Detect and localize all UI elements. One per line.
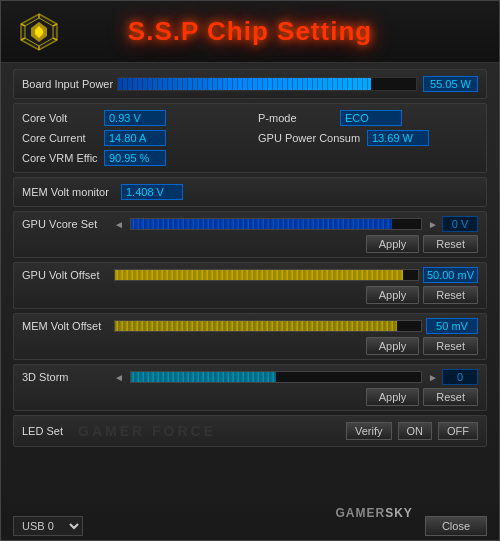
footer: USB 0 GAMERSKY Close xyxy=(1,512,499,540)
close-button[interactable]: Close xyxy=(425,516,487,536)
mem-volt-value: 1.408 V xyxy=(121,184,183,200)
storm-3d-label: 3D Storm xyxy=(22,371,110,383)
gpu-vcore-arrow-right[interactable]: ► xyxy=(428,219,438,230)
core-vrm-label: Core VRM Effic xyxy=(22,152,100,164)
storm-3d-fill xyxy=(131,372,276,382)
core-current-label: Core Current xyxy=(22,132,100,144)
gpu-vcore-section: GPU Vcore Set ◄ ► 0 V Apply Reset xyxy=(13,211,487,258)
core-current-value: 14.80 A xyxy=(104,130,166,146)
board-input-power-section: Board Input Power 55.05 W xyxy=(13,69,487,99)
mem-volt-offset-apply-button[interactable]: Apply xyxy=(366,337,420,355)
power-bar-segments xyxy=(118,78,371,90)
power-bar xyxy=(117,77,417,91)
mem-volt-offset-row: MEM Volt Offset 50 mV xyxy=(22,318,478,334)
mem-volt-offset-reset-button[interactable]: Reset xyxy=(423,337,478,355)
storm-3d-arrow-left[interactable]: ◄ xyxy=(114,372,124,383)
gpu-volt-offset-slider[interactable] xyxy=(114,269,419,281)
gamersky-text: GAMERSKY xyxy=(336,506,413,520)
gpu-vcore-reset-button[interactable]: Reset xyxy=(423,235,478,253)
led-set-row: LED Set GAMER FORCE Verify ON OFF xyxy=(22,422,478,440)
core-vrm-value: 90.95 % xyxy=(104,150,166,166)
storm-3d-arrow-right[interactable]: ► xyxy=(428,372,438,383)
main-window: S.S.P Chip Setting Board Input Power 55.… xyxy=(0,0,500,541)
core-volt-label: Core Volt xyxy=(22,112,100,124)
core-current-row: Core Current 14.80 A xyxy=(22,130,242,146)
pmode-row: P-mode ECO xyxy=(258,110,478,126)
gpu-vcore-apply-button[interactable]: Apply xyxy=(366,235,420,253)
header: S.S.P Chip Setting xyxy=(1,1,499,63)
mem-volt-offset-value: 50 mV xyxy=(426,318,478,334)
board-power-value: 55.05 W xyxy=(423,76,478,92)
led-on-button[interactable]: ON xyxy=(398,422,433,440)
gpu-volt-offset-value: 50.00 mV xyxy=(423,267,478,283)
mem-volt-offset-btn-row: Apply Reset xyxy=(22,337,478,355)
gpu-volt-offset-row: GPU Volt Offset 50.00 mV xyxy=(22,267,478,283)
gpu-volt-offset-fill xyxy=(115,270,403,280)
core-volt-row: Core Volt 0.93 V xyxy=(22,110,242,126)
board-input-power-row: Board Input Power 55.05 W xyxy=(22,76,478,92)
led-set-label: LED Set xyxy=(22,425,72,437)
core-vrm-row: Core VRM Effic 90.95 % xyxy=(22,150,242,166)
gpu-volt-offset-section: GPU Volt Offset 50.00 mV Apply Reset xyxy=(13,262,487,309)
gamer-force-text: GAMER FORCE xyxy=(78,423,340,439)
mem-volt-offset-slider[interactable] xyxy=(114,320,422,332)
gpu-vcore-btn-row: Apply Reset xyxy=(22,235,478,253)
storm-3d-row: 3D Storm ◄ ► 0 xyxy=(22,369,478,385)
content-area: Board Input Power 55.05 W Core Volt 0.93… xyxy=(1,63,499,512)
usb-select[interactable]: USB 0 xyxy=(13,516,83,536)
gpu-power-row: GPU Power Consum 13.69 W xyxy=(258,130,478,146)
gpu-vcore-row: GPU Vcore Set ◄ ► 0 V xyxy=(22,216,478,232)
pmode-label: P-mode xyxy=(258,112,336,124)
gpu-volt-offset-label: GPU Volt Offset xyxy=(22,269,110,281)
board-input-power-label: Board Input Power xyxy=(22,78,117,90)
page-title: S.S.P Chip Setting xyxy=(128,16,372,47)
mem-volt-label: MEM Volt monitor xyxy=(22,186,117,198)
gpu-power-value: 13.69 W xyxy=(367,130,429,146)
gpu-volt-offset-apply-button[interactable]: Apply xyxy=(366,286,420,304)
storm-3d-apply-button[interactable]: Apply xyxy=(366,388,420,406)
gpu-volt-offset-reset-button[interactable]: Reset xyxy=(423,286,478,304)
gpu-vcore-slider[interactable] xyxy=(130,218,422,230)
mem-volt-offset-section: MEM Volt Offset 50 mV Apply Reset xyxy=(13,313,487,360)
led-set-section: LED Set GAMER FORCE Verify ON OFF xyxy=(13,415,487,447)
verify-button[interactable]: Verify xyxy=(346,422,392,440)
pmode-value: ECO xyxy=(340,110,402,126)
core-section: Core Volt 0.93 V Core Current 14.80 A Co… xyxy=(13,103,487,173)
storm-3d-value: 0 xyxy=(442,369,478,385)
core-volt-value: 0.93 V xyxy=(104,110,166,126)
storm-3d-section: 3D Storm ◄ ► 0 Apply Reset xyxy=(13,364,487,411)
gpu-power-label: GPU Power Consum xyxy=(258,132,363,144)
logo-icon xyxy=(17,10,61,54)
gpu-vcore-value: 0 V xyxy=(442,216,478,232)
mem-volt-offset-fill xyxy=(115,321,397,331)
storm-3d-slider[interactable] xyxy=(130,371,422,383)
mem-volt-row: MEM Volt monitor 1.408 V xyxy=(22,184,478,200)
gpu-vcore-label: GPU Vcore Set xyxy=(22,218,110,230)
mem-volt-offset-label: MEM Volt Offset xyxy=(22,320,110,332)
gpu-volt-offset-btn-row: Apply Reset xyxy=(22,286,478,304)
storm-3d-reset-button[interactable]: Reset xyxy=(423,388,478,406)
led-off-button[interactable]: OFF xyxy=(438,422,478,440)
storm-3d-btn-row: Apply Reset xyxy=(22,388,478,406)
gpu-vcore-arrow-left[interactable]: ◄ xyxy=(114,219,124,230)
gpu-vcore-fill xyxy=(131,219,392,229)
power-bar-fill xyxy=(118,78,371,90)
mem-volt-section: MEM Volt monitor 1.408 V xyxy=(13,177,487,207)
